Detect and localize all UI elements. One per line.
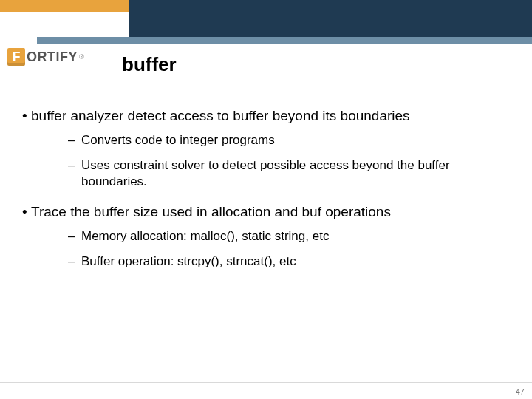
bullet-2: • Trace the buffer size used in allocati…	[22, 203, 510, 221]
slide-title: buffer	[122, 53, 177, 76]
bullet-1: • buffer analyzer detect access to buffe…	[22, 107, 510, 125]
bullet-2-sublist: – Memory allocation: malloc(), static st…	[68, 228, 510, 270]
bullet-1-sublist: – Converts code to integer programs – Us…	[68, 132, 510, 190]
bullet-2-sub-2-text: Buffer operation: strcpy(), strncat(), e…	[81, 253, 510, 270]
bullet-1-text: buffer analyzer detect access to buffer …	[31, 107, 510, 125]
dash-icon: –	[68, 157, 81, 174]
bullet-1-sub-2: – Uses constraint solver to detect possi…	[68, 157, 510, 190]
bullet-2-sub-2: – Buffer operation: strcpy(), strncat(),…	[68, 253, 510, 270]
brand-logo-mark: F	[7, 48, 25, 66]
dash-icon: –	[68, 228, 81, 245]
slide-body: • buffer analyzer detect access to buffe…	[22, 107, 510, 283]
page-number: 47	[516, 387, 525, 396]
header-accent-navy	[129, 0, 532, 37]
header-accent-orange	[0, 0, 129, 12]
bullet-1-sub-1: – Converts code to integer programs	[68, 132, 510, 149]
bullet-1-sub-1-text: Converts code to integer programs	[81, 132, 510, 149]
title-divider	[0, 92, 532, 92]
dash-icon: –	[68, 253, 81, 270]
slide: F ORTIFY ® buffer • buffer analyzer dete…	[0, 0, 532, 399]
bullet-2-text: Trace the buffer size used in allocation…	[31, 203, 510, 221]
header-accent-steel	[37, 37, 532, 44]
bullet-icon: •	[22, 107, 31, 125]
brand-logo-text: ORTIFY	[27, 50, 78, 65]
brand-logo: F ORTIFY ®	[7, 44, 111, 69]
brand-logo-initial: F	[13, 50, 21, 64]
bullet-2-sub-1-text: Memory allocation: malloc(), static stri…	[81, 228, 510, 245]
footer-divider	[0, 382, 532, 383]
bullet-1-sub-2-text: Uses constraint solver to detect possibl…	[81, 157, 510, 190]
bullet-2-sub-1: – Memory allocation: malloc(), static st…	[68, 228, 510, 245]
dash-icon: –	[68, 132, 81, 149]
bullet-icon: •	[22, 203, 31, 221]
brand-logo-registered: ®	[79, 53, 84, 61]
